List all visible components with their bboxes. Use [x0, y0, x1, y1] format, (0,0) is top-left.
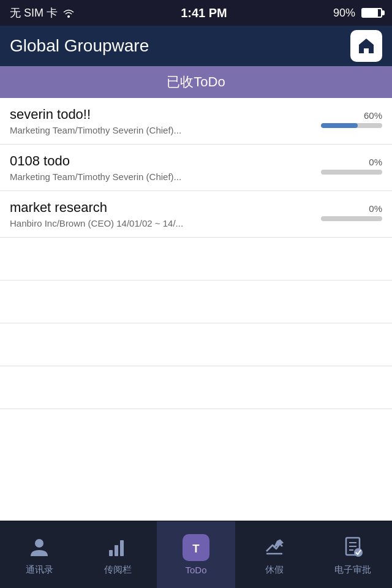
todo-item[interactable]: severin todo!! Marketing Team/Timothy Se… — [0, 98, 392, 145]
progress-label-2: 0% — [369, 157, 382, 167]
home-button[interactable] — [350, 30, 382, 62]
svg-rect-10 — [109, 550, 113, 556]
svg-text:T: T — [192, 542, 200, 555]
tab-bulletin[interactable]: 传阅栏 — [78, 521, 157, 588]
progress-bar-1 — [321, 123, 382, 128]
contacts-icon — [26, 533, 53, 560]
todo-sub-3: Hanbiro Inc/Brown (CEO) 14/01/02 ~ 14/..… — [10, 218, 296, 228]
empty-row — [0, 281, 392, 323]
approval-icon — [339, 533, 366, 560]
svg-point-0 — [67, 15, 70, 18]
progress-label-1: 60% — [364, 110, 382, 121]
vacation-icon — [261, 533, 288, 560]
progress-bar-2 — [321, 170, 382, 175]
todo-title-2: 0108 todo — [10, 153, 296, 169]
bulletin-icon — [104, 533, 131, 560]
todo-item[interactable]: 0108 todo Marketing Team/Timothy Severin… — [0, 145, 392, 191]
status-bar: 无 SIM 卡 1:41 PM 90% — [0, 0, 392, 26]
status-carrier: 无 SIM 卡 — [10, 6, 75, 20]
empty-row — [0, 323, 392, 366]
tab-bulletin-label: 传阅栏 — [104, 564, 132, 576]
battery-icon — [359, 8, 382, 18]
progress-bar-3 — [321, 216, 382, 221]
content-area: 已收ToDo severin todo!! Marketing Team/Tim… — [0, 66, 392, 521]
tab-contacts[interactable]: 通讯录 — [0, 521, 78, 588]
todo-list: severin todo!! Marketing Team/Timothy Se… — [0, 98, 392, 409]
tab-contacts-label: 通讯录 — [26, 564, 53, 576]
tab-vacation-label: 休假 — [265, 564, 284, 576]
status-time: 1:41 PM — [181, 6, 227, 20]
app-header: Global Groupware — [0, 26, 392, 66]
wifi-icon — [62, 8, 75, 18]
app-title: Global Groupware — [10, 36, 149, 56]
empty-row — [0, 238, 392, 281]
empty-row — [0, 366, 392, 409]
tab-bar: 通讯录 传阅栏 T ToDo — [0, 521, 392, 588]
svg-point-9 — [35, 539, 43, 548]
todo-title-1: severin todo!! — [10, 107, 296, 123]
tab-todo-label: ToDo — [185, 565, 206, 575]
home-icon — [356, 36, 376, 56]
svg-rect-11 — [115, 545, 118, 556]
svg-rect-12 — [120, 540, 124, 556]
section-title: 已收ToDo — [0, 66, 392, 98]
tab-todo[interactable]: T ToDo — [157, 521, 235, 588]
todo-sub-1: Marketing Team/Timothy Severin (Chief)..… — [10, 125, 296, 135]
todo-title-3: market research — [10, 200, 296, 216]
progress-label-3: 0% — [369, 203, 382, 214]
tab-approval[interactable]: 电子审批 — [314, 521, 392, 588]
todo-sub-2: Marketing Team/Timothy Severin (Chief)..… — [10, 172, 296, 182]
todo-item[interactable]: market research Hanbiro Inc/Brown (CEO) … — [0, 191, 392, 238]
status-battery: 90% — [333, 7, 382, 20]
tab-vacation[interactable]: 休假 — [235, 521, 314, 588]
todo-icon: T — [183, 534, 209, 561]
tab-approval-label: 电子审批 — [334, 564, 371, 576]
